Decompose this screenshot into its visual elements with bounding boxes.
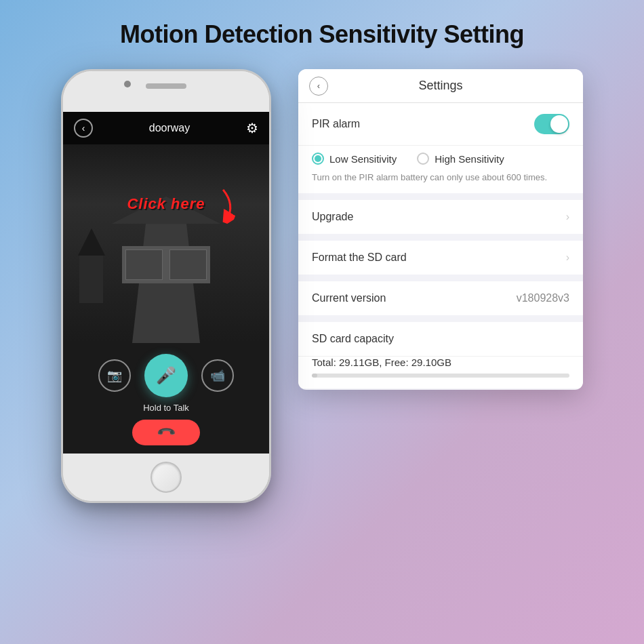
phone-wrapper: ‹ doorway ⚙: [61, 69, 271, 503]
current-version-label: Current version: [312, 292, 386, 304]
sd-capacity-row: SD card capacity: [298, 322, 583, 357]
pir-alarm-toggle[interactable]: [534, 114, 569, 134]
current-version-value: v180928v3: [517, 292, 569, 304]
sd-progress-fill: [312, 374, 317, 378]
low-sensitivity-label: Low Sensitivity: [329, 153, 397, 165]
pir-alarm-section: PIR alarm Low Sensitivity High Sensitivi…: [298, 103, 583, 193]
phone-controls: 📷 🎤 📹 Hold to Talk 📞: [63, 343, 269, 454]
sd-progress-wrapper: [298, 371, 583, 388]
divider-2: [298, 235, 583, 241]
upgrade-row[interactable]: Upgrade ›: [298, 200, 583, 234]
toggle-knob: [550, 115, 568, 133]
tree: [79, 256, 103, 303]
format-sd-row[interactable]: Format the SD card ›: [298, 241, 583, 275]
page-title: Motion Detection Sensitivity Setting: [0, 0, 644, 62]
garage-door-left: [125, 249, 163, 280]
high-sensitivity-label: High Sensitivity: [435, 153, 504, 165]
upgrade-chevron-icon: ›: [566, 211, 569, 223]
divider-3: [298, 276, 583, 281]
screen-settings-button[interactable]: ⚙: [246, 120, 258, 136]
camera-feed: Click here: [63, 144, 269, 343]
sd-capacity-section: SD card capacity Total: 29.11GB, Free: 2…: [298, 322, 583, 388]
sensitivity-radio-row: Low Sensitivity High Sensitivity: [298, 146, 583, 172]
sd-progress-track: [312, 374, 569, 378]
format-sd-section: Format the SD card ›: [298, 241, 583, 275]
microphone-icon: 🎤: [156, 366, 176, 385]
pir-alarm-label: PIR alarm: [312, 118, 360, 130]
garage-door-right: [169, 249, 207, 280]
click-here-text: Click here: [127, 195, 205, 213]
phone-screen: ‹ doorway ⚙: [63, 112, 269, 454]
video-button[interactable]: 📹: [201, 359, 234, 392]
settings-header: ‹ Settings: [298, 69, 583, 103]
sd-capacity-label: SD card capacity: [312, 333, 394, 345]
low-sensitivity-option[interactable]: Low Sensitivity: [312, 153, 397, 165]
mic-button[interactable]: 🎤: [144, 354, 188, 397]
hold-to-talk-label: Hold to Talk: [77, 403, 256, 413]
settings-back-button[interactable]: ‹: [309, 77, 328, 96]
settings-body: PIR alarm Low Sensitivity High Sensitivi…: [298, 103, 583, 388]
divider-1: [298, 195, 583, 200]
low-sensitivity-radio[interactable]: [312, 153, 324, 165]
content-area: ‹ doorway ⚙: [0, 62, 644, 510]
phone-device: ‹ doorway ⚙: [61, 69, 271, 503]
settings-panel: ‹ Settings PIR alarm Low: [298, 69, 583, 390]
screen-header: ‹ doorway ⚙: [63, 112, 269, 144]
controls-row: 📷 🎤 📹: [77, 354, 256, 397]
upgrade-section: Upgrade ›: [298, 200, 583, 234]
current-version-section: Current version v180928v3: [298, 281, 583, 315]
pir-note-text: Turn on the PIR alarm battery can only u…: [298, 172, 583, 193]
phone-speaker: [146, 83, 186, 89]
phone-bottom: [63, 454, 269, 501]
screen-back-button[interactable]: ‹: [74, 119, 93, 138]
end-call-icon: 📞: [155, 422, 176, 443]
phone-top: [63, 71, 269, 112]
format-sd-label: Format the SD card: [312, 251, 407, 264]
sd-info-text: Total: 29.11GB, Free: 29.10GB: [298, 357, 583, 371]
upgrade-label: Upgrade: [312, 211, 353, 223]
phone-camera-dot: [124, 81, 131, 87]
back-chevron-icon: ‹: [317, 81, 320, 91]
current-version-row: Current version v180928v3: [298, 281, 583, 315]
end-call-button[interactable]: 📞: [132, 420, 200, 445]
camera-icon: 📷: [107, 368, 122, 383]
video-icon: 📹: [210, 368, 225, 383]
home-button[interactable]: [150, 462, 182, 493]
pir-alarm-row: PIR alarm: [298, 103, 583, 146]
high-sensitivity-radio[interactable]: [417, 153, 429, 165]
house-scene: [63, 144, 269, 343]
click-here-overlay: Click here: [127, 195, 205, 213]
settings-title: Settings: [418, 79, 462, 93]
snapshot-button[interactable]: 📷: [98, 359, 131, 392]
garage: [122, 246, 210, 283]
screen-camera-title: doorway: [149, 122, 190, 134]
format-sd-chevron-icon: ›: [566, 251, 569, 264]
high-sensitivity-option[interactable]: High Sensitivity: [417, 153, 504, 165]
divider-4: [298, 317, 583, 322]
